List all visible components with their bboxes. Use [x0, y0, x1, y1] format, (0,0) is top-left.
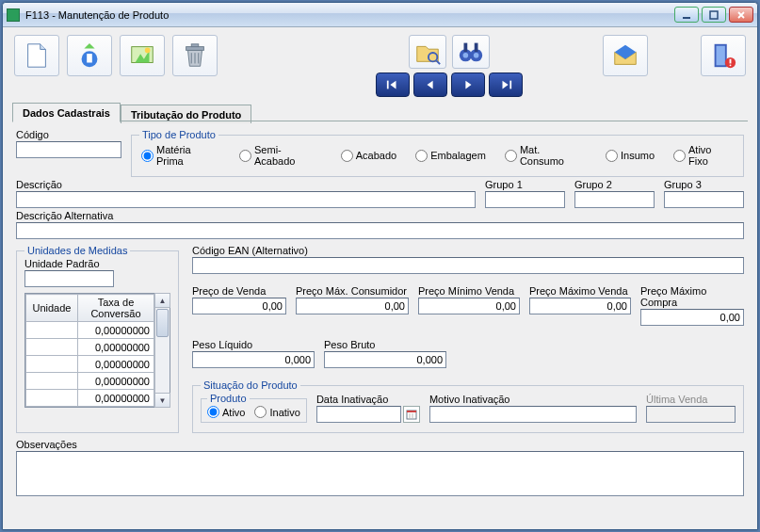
scroll-down-icon[interactable]: ▼ [154, 393, 170, 408]
prev-button[interactable] [413, 73, 447, 97]
svg-rect-15 [464, 43, 468, 52]
label-data-inativacao: Data Inativação [316, 394, 420, 405]
label-produto: Produto [207, 393, 250, 404]
label-codigo-ean: Código EAN (Alternativo) [192, 245, 744, 256]
svg-rect-6 [186, 47, 204, 51]
save-button[interactable] [120, 35, 165, 76]
tab-dados-cadastrais[interactable]: Dados Cadastrais [12, 103, 121, 122]
peso-liquido-input[interactable] [192, 351, 315, 368]
codigo-ean-input[interactable] [192, 257, 744, 274]
folder-search-button[interactable] [409, 35, 446, 69]
descricao-input[interactable] [16, 191, 476, 208]
svg-rect-0 [683, 17, 690, 19]
scroll-up-icon[interactable]: ▲ [154, 293, 170, 308]
svg-point-5 [145, 48, 151, 54]
svg-point-17 [463, 53, 469, 58]
col-unidade[interactable]: Unidade [26, 295, 78, 322]
svg-rect-1 [710, 11, 718, 19]
label-codigo: Código [16, 129, 121, 140]
scroll-thumb[interactable] [156, 309, 169, 337]
radio-acabado[interactable]: Acabado [341, 144, 396, 167]
unidade-padrao-input[interactable] [24, 270, 114, 287]
descricao-alt-input[interactable] [16, 222, 744, 239]
label-motivo-inativacao: Motivo Inativação [429, 394, 637, 405]
binoculars-button[interactable] [452, 35, 490, 69]
label-preco-max-compra: Preço Máximo Compra [640, 285, 744, 308]
col-taxa[interactable]: Taxa de Conversão [78, 295, 154, 322]
mail-button[interactable] [603, 35, 648, 76]
grupo1-input[interactable] [485, 191, 565, 208]
unidades-grid[interactable]: UnidadeTaxa de Conversão 0,00000000 0,00… [24, 293, 170, 408]
label-preco-min-venda: Preço Mínimo Venda [418, 285, 520, 297]
preco-max-cons-input[interactable] [296, 298, 409, 314]
svg-rect-16 [475, 43, 478, 52]
last-button[interactable] [489, 73, 523, 97]
label-preco-venda: Preço de Venda [192, 285, 286, 297]
titlebar: F113 - Manutenção de Produto [3, 3, 757, 27]
radio-ativo[interactable]: Ativo [207, 406, 245, 418]
label-grupo2: Grupo 2 [574, 179, 655, 190]
tab-strip: Dados Cadastrais Tributação do Produto [3, 103, 757, 121]
minimize-button[interactable] [674, 7, 699, 23]
next-button[interactable] [451, 73, 485, 97]
first-button[interactable] [376, 73, 410, 97]
radio-embalagem[interactable]: Embalagem [415, 144, 486, 167]
label-ultima-venda: Última Venda [646, 394, 736, 405]
new-button[interactable] [14, 35, 59, 76]
label-preco-max-cons: Preço Máx. Consumidor [296, 285, 409, 297]
close-button[interactable] [729, 7, 753, 23]
motivo-inativacao-input[interactable] [429, 406, 637, 423]
preco-max-compra-input[interactable] [640, 309, 744, 326]
radio-inativo[interactable]: Inativo [254, 406, 299, 418]
svg-rect-3 [87, 54, 92, 62]
svg-rect-24 [730, 59, 732, 64]
label-peso-liquido: Peso Líquido [192, 339, 315, 350]
label-peso-bruto: Peso Bruto [324, 339, 446, 350]
preco-min-venda-input[interactable] [418, 298, 520, 314]
app-icon [7, 8, 20, 22]
data-inativacao-input[interactable] [316, 406, 401, 423]
delete-button[interactable] [172, 35, 218, 76]
radio-mat-consumo[interactable]: Mat. Consumo [505, 144, 587, 167]
grupo3-input[interactable] [664, 191, 744, 208]
svg-line-12 [436, 60, 440, 64]
svg-rect-22 [717, 46, 725, 66]
radio-semi-acabado[interactable]: Semi-Acabado [239, 144, 322, 167]
label-unidades: Unidades de Medidas [24, 245, 130, 256]
svg-point-18 [474, 53, 479, 58]
svg-rect-27 [407, 411, 416, 412]
label-situacao: Situação do Produto [201, 379, 300, 391]
ultima-venda-input [646, 406, 736, 423]
codigo-input[interactable] [16, 141, 121, 158]
svg-rect-19 [387, 81, 389, 89]
exit-button[interactable] [701, 35, 746, 76]
label-grupo3: Grupo 3 [664, 179, 744, 190]
grupo2-input[interactable] [574, 191, 655, 208]
maximize-button[interactable] [702, 7, 726, 23]
peso-bruto-input[interactable] [324, 351, 446, 368]
grid-scrollbar[interactable]: ▲ ▼ [154, 294, 170, 407]
radio-insumo[interactable]: Insumo [606, 144, 655, 167]
window-title: F113 - Manutenção de Produto [25, 9, 674, 21]
label-unidade-padrao: Unidade Padrão [24, 258, 114, 269]
toolbar [3, 27, 757, 103]
label-descricao: Descrição [16, 179, 476, 190]
observacoes-input[interactable] [16, 451, 744, 496]
label-grupo1: Grupo 1 [485, 179, 565, 190]
svg-point-25 [730, 64, 732, 66]
label-preco-max-venda: Preço Máximo Venda [529, 285, 631, 297]
label-observacoes: Observações [16, 439, 744, 450]
form-body: Código Tipo de Produto Matéria Prima Sem… [3, 121, 757, 529]
label-tipo-produto: Tipo de Produto [139, 129, 218, 140]
app-window: F113 - Manutenção de Produto [2, 2, 758, 530]
svg-rect-7 [191, 44, 199, 47]
radio-materia-prima[interactable]: Matéria Prima [141, 144, 220, 167]
radio-ativo-fixo[interactable]: Ativo Fixo [673, 144, 734, 167]
preco-venda-input[interactable] [192, 298, 286, 314]
edit-button[interactable] [67, 35, 112, 76]
svg-rect-20 [509, 81, 511, 89]
label-descricao-alt: Descrição Alternativa [16, 210, 744, 221]
calendar-icon[interactable] [403, 406, 420, 423]
preco-max-venda-input[interactable] [529, 298, 631, 314]
